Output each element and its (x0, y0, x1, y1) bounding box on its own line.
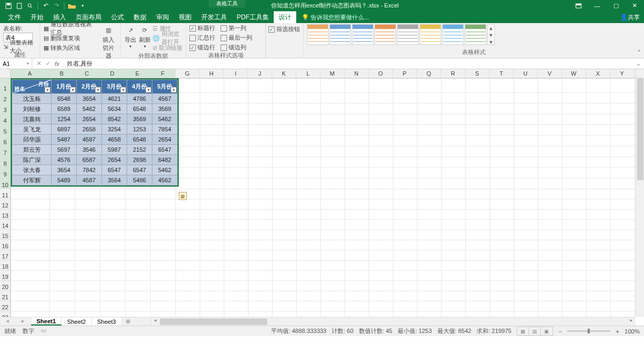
data-table[interactable]: 月份姓名▾1月份▾2月份▾3月份▾4月份▾5月份▾沈玉栋654836544621… (11, 78, 179, 187)
collapse-ribbon-button[interactable]: ˄ (638, 49, 641, 56)
data-cell[interactable]: 6587 (77, 155, 102, 165)
name-cell[interactable]: 陈广深 (12, 155, 52, 165)
close-button[interactable]: ✕ (625, 0, 644, 11)
zoom-level[interactable]: 100% (625, 328, 640, 335)
row-header[interactable]: 17 (0, 250, 10, 260)
table-style-thumb[interactable] (397, 24, 419, 45)
data-cell[interactable]: 4587 (77, 135, 102, 145)
data-cell[interactable]: 4576 (52, 155, 77, 165)
data-cell[interactable]: 6547 (152, 145, 178, 155)
data-cell[interactable]: 5634 (102, 104, 127, 114)
scroll-right-arrow[interactable]: ▸ (627, 317, 635, 323)
data-cell[interactable]: 4567 (152, 94, 178, 104)
sheet-nav-next[interactable]: ▸ (16, 317, 31, 325)
tab-审阅[interactable]: 审阅 (151, 11, 174, 23)
data-cell[interactable]: 1253 (127, 124, 152, 135)
filter-button-check[interactable]: ✓筛选按钮 (268, 25, 300, 33)
col-header[interactable]: H (200, 69, 224, 78)
table-style-thumb[interactable] (465, 24, 486, 45)
data-cell[interactable]: 3546 (77, 145, 102, 155)
data-cell[interactable]: 7842 (77, 165, 102, 175)
tab-公式[interactable]: 公式 (106, 11, 129, 23)
col-header[interactable]: O (369, 69, 393, 78)
col-header[interactable]: D (100, 69, 125, 78)
data-cell[interactable]: 4621 (102, 94, 127, 104)
filter-button[interactable]: ▾ (145, 87, 151, 93)
data-cell[interactable]: 4562 (152, 175, 178, 186)
name-cell[interactable]: 沈嘉炜 (12, 114, 52, 124)
data-cell[interactable]: 3654 (52, 165, 77, 175)
row-header[interactable]: 16 (0, 240, 10, 250)
data-cell[interactable]: 5462 (77, 104, 102, 114)
col-header[interactable]: R (441, 69, 465, 78)
data-cell[interactable]: 5489 (52, 175, 77, 186)
filter-button[interactable]: ▾ (120, 87, 126, 93)
add-sheet-button[interactable]: ⊕ (122, 317, 135, 325)
export-button[interactable]: ↗导出▾ (124, 24, 137, 52)
unlink-button[interactable]: ⊘ 取消链接 (152, 43, 182, 52)
col-header[interactable]: P (393, 69, 417, 78)
row-header[interactable]: 13 (0, 209, 10, 219)
header-row-check[interactable]: ✓标题行 (189, 24, 215, 32)
col-header[interactable]: C (75, 69, 100, 78)
table-style-thumb[interactable] (307, 24, 328, 45)
row-header[interactable]: 9 (0, 167, 10, 178)
data-cell[interactable]: 8542 (102, 114, 127, 124)
col-header[interactable]: W (562, 69, 586, 78)
name-cell[interactable]: 张大春 (12, 165, 52, 175)
col-header[interactable]: G (175, 69, 200, 78)
total-row-check[interactable]: 汇总行 (189, 34, 215, 42)
tab-PDF工具集[interactable]: PDF工具集 (232, 11, 274, 23)
horizontal-scroll-thumb[interactable] (160, 319, 267, 325)
maximize-button[interactable]: ▢ (606, 0, 625, 11)
refresh-button[interactable]: ⟳刷新▾ (138, 24, 151, 52)
share-button[interactable]: 👤 共享 (620, 11, 640, 23)
data-cell[interactable]: 6547 (127, 165, 152, 175)
expand-formula-bar[interactable]: ⌄ (633, 60, 644, 67)
row-header[interactable]: 19 (0, 270, 10, 280)
select-all-corner[interactable] (0, 69, 11, 78)
row-header[interactable]: 5 (0, 124, 10, 135)
data-cell[interactable]: 2658 (77, 124, 102, 135)
data-cell[interactable]: 4658 (102, 135, 127, 145)
resize-table-button[interactable]: ⇲ 调整表格大小 (3, 42, 36, 51)
qat-customize[interactable]: ▾ (78, 1, 87, 11)
table-style-thumb[interactable] (375, 24, 396, 45)
data-cell[interactable]: 6548 (127, 104, 152, 114)
view-normal[interactable]: ▦ (517, 327, 529, 335)
row-header[interactable]: 10 (0, 178, 10, 189)
data-cell[interactable]: 2698 (127, 155, 152, 165)
table-style-thumb[interactable] (330, 24, 351, 45)
row-header[interactable]: 2 (0, 92, 10, 103)
col-header[interactable]: S (465, 69, 489, 78)
row-header[interactable]: 12 (0, 199, 10, 209)
col-header[interactable]: N (345, 69, 369, 78)
data-cell[interactable]: 6548 (52, 94, 77, 104)
quick-analysis-button[interactable]: ▦ (179, 192, 187, 200)
col-header[interactable]: M (320, 69, 345, 78)
col-header[interactable]: E (125, 69, 150, 78)
filter-button[interactable]: ▾ (95, 87, 101, 93)
zoom-out[interactable]: − (559, 328, 562, 335)
banded-col-check[interactable]: 镶边列 (221, 43, 252, 51)
status-record-icon[interactable]: ▭ (41, 327, 46, 335)
data-cell[interactable]: 6547 (102, 165, 127, 175)
data-cell[interactable]: 5462 (152, 114, 178, 124)
data-cell[interactable]: 5487 (52, 135, 77, 145)
row-header[interactable]: 8 (0, 157, 10, 167)
qat-redo[interactable]: ↷ (52, 1, 61, 11)
convert-range-button[interactable]: ▦ 转换为区域 (43, 43, 97, 52)
data-cell[interactable]: 5486 (127, 175, 152, 186)
name-cell[interactable]: 付军辉 (12, 175, 52, 186)
row-header[interactable]: 21 (0, 291, 10, 301)
scroll-left-arrow[interactable]: ◂ (151, 317, 160, 323)
sheet-tab[interactable]: Sheet2 (62, 317, 92, 325)
data-cell[interactable]: 3569 (152, 104, 178, 114)
name-cell[interactable]: 邱华源 (12, 135, 52, 145)
data-cell[interactable]: 6589 (52, 104, 77, 114)
last-col-check[interactable]: 最后一列 (221, 34, 252, 42)
qat-preview[interactable] (25, 1, 35, 11)
row-header[interactable]: 1 (0, 78, 10, 92)
sheet-tab[interactable]: Sheet1 (31, 317, 62, 325)
insert-slicer-button[interactable]: ▥插入 切片器 (100, 24, 117, 60)
